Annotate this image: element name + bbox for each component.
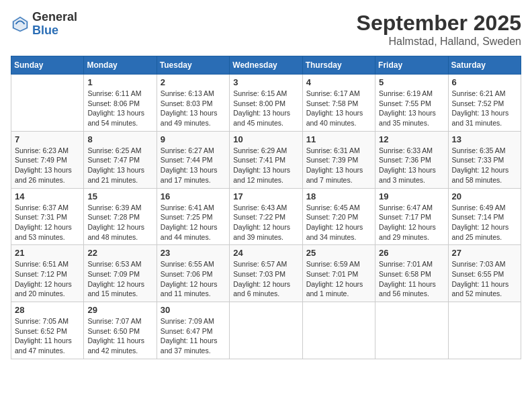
day-info: Sunrise: 6:17 AM Sunset: 7:58 PM Dayligh… bbox=[306, 89, 371, 128]
calendar-cell: 6Sunrise: 6:21 AM Sunset: 7:52 PM Daylig… bbox=[448, 75, 521, 132]
calendar-cell: 20Sunrise: 6:49 AM Sunset: 7:14 PM Dayli… bbox=[448, 188, 521, 245]
day-info: Sunrise: 6:43 AM Sunset: 7:22 PM Dayligh… bbox=[233, 203, 298, 242]
calendar-cell: 13Sunrise: 6:35 AM Sunset: 7:33 PM Dayli… bbox=[448, 131, 521, 188]
weekday-header: Monday bbox=[84, 56, 157, 75]
day-info: Sunrise: 6:55 AM Sunset: 7:06 PM Dayligh… bbox=[161, 259, 226, 299]
day-info: Sunrise: 7:09 AM Sunset: 6:47 PM Dayligh… bbox=[161, 316, 226, 356]
calendar-cell: 2Sunrise: 6:13 AM Sunset: 8:03 PM Daylig… bbox=[157, 75, 229, 132]
calendar-cell: 17Sunrise: 6:43 AM Sunset: 7:22 PM Dayli… bbox=[230, 188, 302, 245]
day-number: 16 bbox=[161, 191, 226, 201]
day-number: 24 bbox=[233, 248, 298, 258]
svg-marker-0 bbox=[12, 16, 28, 32]
day-number: 8 bbox=[87, 134, 152, 144]
calendar-cell: 10Sunrise: 6:29 AM Sunset: 7:41 PM Dayli… bbox=[230, 131, 302, 188]
calendar-header: SundayMondayTuesdayWednesdayThursdayFrid… bbox=[11, 56, 521, 75]
calendar-cell: 19Sunrise: 6:47 AM Sunset: 7:17 PM Dayli… bbox=[375, 188, 448, 245]
calendar-cell: 9Sunrise: 6:27 AM Sunset: 7:44 PM Daylig… bbox=[157, 131, 229, 188]
day-info: Sunrise: 6:23 AM Sunset: 7:49 PM Dayligh… bbox=[15, 146, 80, 185]
day-info: Sunrise: 6:39 AM Sunset: 7:28 PM Dayligh… bbox=[87, 203, 152, 242]
calendar-cell: 14Sunrise: 6:37 AM Sunset: 7:31 PM Dayli… bbox=[11, 188, 84, 245]
day-info: Sunrise: 6:51 AM Sunset: 7:12 PM Dayligh… bbox=[15, 259, 80, 299]
logo-icon bbox=[11, 15, 30, 34]
day-number: 19 bbox=[379, 191, 444, 201]
day-info: Sunrise: 6:47 AM Sunset: 7:17 PM Dayligh… bbox=[379, 203, 444, 242]
day-number: 25 bbox=[306, 248, 371, 258]
day-info: Sunrise: 6:49 AM Sunset: 7:14 PM Dayligh… bbox=[452, 203, 517, 242]
day-info: Sunrise: 6:13 AM Sunset: 8:03 PM Dayligh… bbox=[161, 89, 226, 128]
calendar-week-row: 14Sunrise: 6:37 AM Sunset: 7:31 PM Dayli… bbox=[11, 188, 521, 245]
location-title: Halmstad, Halland, Sweden bbox=[357, 36, 521, 48]
day-info: Sunrise: 6:11 AM Sunset: 8:06 PM Dayligh… bbox=[87, 89, 152, 128]
calendar-cell: 29Sunrise: 7:07 AM Sunset: 6:50 PM Dayli… bbox=[84, 302, 157, 359]
calendar-cell: 8Sunrise: 6:25 AM Sunset: 7:47 PM Daylig… bbox=[84, 131, 157, 188]
page-header: General Blue September 2025 Halmstad, Ha… bbox=[11, 11, 521, 48]
day-number: 26 bbox=[379, 248, 444, 258]
day-info: Sunrise: 6:41 AM Sunset: 7:25 PM Dayligh… bbox=[161, 203, 226, 242]
calendar-cell: 21Sunrise: 6:51 AM Sunset: 7:12 PM Dayli… bbox=[11, 245, 84, 302]
day-number: 18 bbox=[306, 191, 371, 201]
calendar-cell: 16Sunrise: 6:41 AM Sunset: 7:25 PM Dayli… bbox=[157, 188, 229, 245]
calendar-cell: 26Sunrise: 7:01 AM Sunset: 6:58 PM Dayli… bbox=[375, 245, 448, 302]
day-info: Sunrise: 6:25 AM Sunset: 7:47 PM Dayligh… bbox=[87, 146, 152, 185]
day-info: Sunrise: 6:37 AM Sunset: 7:31 PM Dayligh… bbox=[15, 203, 80, 242]
day-info: Sunrise: 6:59 AM Sunset: 7:01 PM Dayligh… bbox=[306, 259, 371, 299]
calendar-cell bbox=[230, 302, 302, 359]
calendar-week-row: 28Sunrise: 7:05 AM Sunset: 6:52 PM Dayli… bbox=[11, 302, 521, 359]
calendar-cell: 23Sunrise: 6:55 AM Sunset: 7:06 PM Dayli… bbox=[157, 245, 229, 302]
calendar-cell: 12Sunrise: 6:33 AM Sunset: 7:36 PM Dayli… bbox=[375, 131, 448, 188]
calendar-body: 1Sunrise: 6:11 AM Sunset: 8:06 PM Daylig… bbox=[11, 75, 521, 359]
day-info: Sunrise: 6:35 AM Sunset: 7:33 PM Dayligh… bbox=[452, 146, 517, 185]
calendar-cell: 18Sunrise: 6:45 AM Sunset: 7:20 PM Dayli… bbox=[302, 188, 375, 245]
day-number: 5 bbox=[379, 77, 444, 87]
day-number: 13 bbox=[452, 134, 517, 144]
day-info: Sunrise: 6:53 AM Sunset: 7:09 PM Dayligh… bbox=[87, 259, 152, 299]
day-number: 27 bbox=[452, 248, 517, 258]
day-number: 22 bbox=[87, 248, 152, 258]
calendar-cell: 22Sunrise: 6:53 AM Sunset: 7:09 PM Dayli… bbox=[84, 245, 157, 302]
calendar-cell: 3Sunrise: 6:15 AM Sunset: 8:00 PM Daylig… bbox=[230, 75, 302, 132]
calendar-cell: 5Sunrise: 6:19 AM Sunset: 7:55 PM Daylig… bbox=[375, 75, 448, 132]
month-title: September 2025 bbox=[357, 11, 521, 36]
logo-text: General Blue bbox=[32, 11, 77, 38]
logo: General Blue bbox=[11, 11, 77, 38]
calendar-week-row: 7Sunrise: 6:23 AM Sunset: 7:49 PM Daylig… bbox=[11, 131, 521, 188]
calendar-cell: 25Sunrise: 6:59 AM Sunset: 7:01 PM Dayli… bbox=[302, 245, 375, 302]
day-info: Sunrise: 6:45 AM Sunset: 7:20 PM Dayligh… bbox=[306, 203, 371, 242]
weekday-header: Tuesday bbox=[157, 56, 229, 75]
calendar-cell: 28Sunrise: 7:05 AM Sunset: 6:52 PM Dayli… bbox=[11, 302, 84, 359]
day-number: 1 bbox=[87, 77, 152, 87]
day-number: 15 bbox=[87, 191, 152, 201]
weekday-row: SundayMondayTuesdayWednesdayThursdayFrid… bbox=[11, 56, 521, 75]
calendar-cell bbox=[375, 302, 448, 359]
day-number: 23 bbox=[161, 248, 226, 258]
calendar-cell: 15Sunrise: 6:39 AM Sunset: 7:28 PM Dayli… bbox=[84, 188, 157, 245]
weekday-header: Sunday bbox=[11, 56, 84, 75]
calendar-cell: 24Sunrise: 6:57 AM Sunset: 7:03 PM Dayli… bbox=[230, 245, 302, 302]
day-number: 30 bbox=[161, 305, 226, 315]
day-number: 21 bbox=[15, 248, 80, 258]
day-number: 12 bbox=[379, 134, 444, 144]
day-info: Sunrise: 6:21 AM Sunset: 7:52 PM Dayligh… bbox=[452, 89, 517, 128]
calendar-cell: 4Sunrise: 6:17 AM Sunset: 7:58 PM Daylig… bbox=[302, 75, 375, 132]
day-number: 6 bbox=[452, 77, 517, 87]
day-number: 4 bbox=[306, 77, 371, 87]
day-number: 3 bbox=[233, 77, 298, 87]
calendar-cell: 11Sunrise: 6:31 AM Sunset: 7:39 PM Dayli… bbox=[302, 131, 375, 188]
weekday-header: Friday bbox=[375, 56, 448, 75]
calendar-cell: 1Sunrise: 6:11 AM Sunset: 8:06 PM Daylig… bbox=[84, 75, 157, 132]
day-info: Sunrise: 7:05 AM Sunset: 6:52 PM Dayligh… bbox=[15, 316, 80, 356]
day-number: 14 bbox=[15, 191, 80, 201]
day-info: Sunrise: 6:33 AM Sunset: 7:36 PM Dayligh… bbox=[379, 146, 444, 185]
day-number: 17 bbox=[233, 191, 298, 201]
day-number: 20 bbox=[452, 191, 517, 201]
day-number: 2 bbox=[161, 77, 226, 87]
calendar-cell bbox=[448, 302, 521, 359]
day-info: Sunrise: 7:01 AM Sunset: 6:58 PM Dayligh… bbox=[379, 259, 444, 299]
calendar-table: SundayMondayTuesdayWednesdayThursdayFrid… bbox=[11, 56, 521, 359]
day-info: Sunrise: 6:15 AM Sunset: 8:00 PM Dayligh… bbox=[233, 89, 298, 128]
calendar-cell: 30Sunrise: 7:09 AM Sunset: 6:47 PM Dayli… bbox=[157, 302, 229, 359]
weekday-header: Thursday bbox=[302, 56, 375, 75]
day-number: 9 bbox=[161, 134, 226, 144]
day-info: Sunrise: 7:07 AM Sunset: 6:50 PM Dayligh… bbox=[87, 316, 152, 356]
weekday-header: Wednesday bbox=[230, 56, 302, 75]
